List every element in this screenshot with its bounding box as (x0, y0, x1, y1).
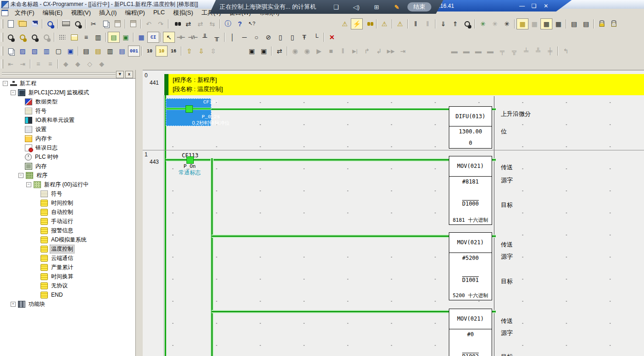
signed-decimal-icon[interactable]: 10 (156, 46, 168, 57)
upload-from-plc-icon[interactable]: ⇑ (449, 18, 461, 29)
help-icon[interactable]: ? (234, 18, 246, 29)
tree-item-新工程[interactable]: −新工程 (0, 79, 135, 88)
cancel-online-edit-icon[interactable]: ✳ (501, 18, 513, 29)
menu-item-3[interactable]: 插入(I) (95, 8, 121, 17)
io-break-3-icon[interactable]: ▬ (472, 46, 484, 57)
sim-play-icon[interactable]: ▶ (313, 46, 325, 57)
sim-to-end-icon[interactable]: ⇥ (397, 46, 409, 57)
io-comment-icon[interactable]: ▥ (92, 32, 104, 43)
find-replace-text-icon[interactable]: ⇆ (206, 18, 218, 29)
window-style-icon[interactable]: ▨ (17, 46, 29, 57)
speaker-icon[interactable]: ◁) (350, 4, 362, 11)
tree-item-功能块[interactable]: +功能块 (0, 299, 135, 309)
memory-view-icon[interactable]: ▤ (116, 46, 128, 57)
horizontal-line-icon[interactable]: ─ (238, 32, 250, 43)
instruction-mov-1[interactable]: MOV(021) #8181 D1000 8181 十六进制 (449, 156, 492, 225)
tree-item-内存卡[interactable]: 内存卡 (0, 134, 135, 143)
undo-icon[interactable]: ↶ (143, 18, 155, 29)
edit-stamp-4-icon[interactable]: ◆ (96, 58, 108, 69)
copy-icon[interactable] (99, 18, 111, 29)
tree-item-手动运行[interactable]: 手动运行 (0, 217, 135, 226)
io-set-5-icon[interactable]: ╪ (544, 46, 556, 57)
address-table-icon[interactable]: ▦ (135, 32, 147, 43)
unlock-icon[interactable] (608, 18, 620, 29)
tree-item-程序[interactable]: −程序 (0, 171, 135, 180)
info-icon[interactable]: ⓘ (222, 18, 234, 29)
tree-item-时间换算[interactable]: 时间换算 (0, 272, 135, 281)
tree-item-新PLC1[CJ2M] 监视模式[interactable]: −新PLC1[CJ2M] 监视模式 (0, 88, 135, 97)
grid-toggle-icon[interactable] (56, 32, 68, 43)
watch-window-icon[interactable]: ▤ (568, 18, 580, 29)
menu-item-2[interactable]: 视图(V) (67, 8, 95, 17)
menu-item-0[interactable]: 文件(F) (11, 8, 39, 17)
monitor-clock-icon[interactable]: ▦ (552, 18, 564, 29)
indent-icon[interactable]: ⇥ (17, 58, 29, 69)
compile-icon[interactable]: ⚠ (339, 18, 351, 29)
menu-item-5[interactable]: PLC (149, 8, 169, 17)
zoom-in-icon[interactable] (17, 32, 29, 43)
contact-cf113[interactable] (186, 156, 194, 164)
tree-item-错误日志[interactable]: 错误日志 (0, 143, 135, 152)
sim-pause-icon[interactable]: ‖ (337, 46, 349, 57)
toolbox-icon[interactable]: ⊞ (371, 4, 383, 11)
return-icon[interactable]: ↰ (560, 46, 572, 57)
new-file-icon[interactable] (5, 18, 17, 29)
dock-grip[interactable] (2, 72, 116, 75)
tree-item-设置[interactable]: 设置 (0, 125, 135, 134)
io-break-1-icon[interactable]: ▬ (448, 46, 460, 57)
zoom-out-icon[interactable] (41, 32, 52, 43)
tree-item-END[interactable]: END (0, 290, 135, 299)
tree-item-云端通信[interactable]: 云端通信 (0, 253, 135, 263)
pause-monitor-icon[interactable]: ‖ (410, 18, 422, 29)
zoom-100-icon[interactable] (29, 32, 41, 43)
window-properties-icon[interactable]: ▣ (64, 46, 76, 57)
io-break-4-icon[interactable]: ▬ (484, 46, 496, 57)
edit-stamp-1-icon[interactable]: ◆ (60, 58, 72, 69)
sim-step-out-icon[interactable]: ↲ (373, 46, 385, 57)
sim-connect-icon[interactable]: ▣ (258, 46, 270, 57)
menu-item-4[interactable]: 编程(P) (121, 8, 149, 17)
sim-settings-icon[interactable]: ▣ (246, 46, 258, 57)
toolbar-grip[interactable] (1, 46, 3, 56)
instruction-difu[interactable]: DIFU(013) 1300.00 0 (449, 106, 492, 149)
pen-icon[interactable]: ✎ (391, 4, 403, 11)
force-off-icon[interactable]: ⇩ (195, 46, 207, 57)
symbol-bar-icon[interactable]: ▤ (108, 32, 120, 43)
sim-step-icon[interactable]: ▶| (349, 46, 361, 57)
open-file-icon[interactable] (17, 18, 29, 29)
online-edit-icon[interactable]: ✳ (477, 18, 489, 29)
paste-icon[interactable] (111, 18, 123, 29)
collapse-icon[interactable]: − (18, 173, 23, 178)
instruction-box-icon[interactable]: ▯ (274, 32, 286, 43)
coil-no-icon[interactable]: ○ (250, 32, 262, 43)
instruction-mov-3[interactable]: MOV(021) #0 D1002 (449, 309, 492, 356)
contact-no-icon[interactable]: ⊣⊢ (175, 32, 187, 43)
context-help-icon[interactable]: ↖? (246, 18, 258, 29)
send-changes-icon[interactable]: ✳ (489, 18, 501, 29)
tree-item-内存[interactable]: 内存 (0, 161, 135, 171)
rung-comment-block[interactable]: [程序名 : 新程序] [段名称 : 温度控制] (164, 74, 644, 95)
collapse-icon[interactable]: − (11, 90, 16, 95)
tree-item-符号[interactable]: 符号 (0, 106, 135, 115)
ci-monitor-icon[interactable]: CI (147, 32, 159, 43)
instruction-mov-2[interactable]: MOV(021) #5200 D1001 5200 十六进制 (449, 232, 492, 300)
tree-item-新程序 (00)运行中[interactable]: −新程序 (00)运行中 (0, 180, 135, 189)
line-corner-icon[interactable]: └ (310, 32, 322, 43)
restore-button[interactable]: ❏ (530, 3, 538, 9)
io-set-3-icon[interactable]: ╧ (520, 46, 532, 57)
lock-icon[interactable] (596, 18, 608, 29)
io-set-2-icon[interactable]: ╦ (508, 46, 520, 57)
force-on-icon[interactable]: ⇧ (183, 46, 195, 57)
toolbar-grip[interactable] (1, 59, 3, 69)
find-icon[interactable] (170, 18, 182, 29)
online-warning-icon[interactable]: ⚠ (394, 18, 406, 29)
delete-icon[interactable]: ✕ (326, 32, 338, 43)
window-diagram-icon[interactable]: ▧ (29, 46, 41, 57)
ladder-editor[interactable]: 0 441 1 443 [程序名 : 新程序] [段名称 : 温度控制] CF1… (143, 70, 644, 356)
rung-comment-icon[interactable] (68, 32, 80, 43)
window-new-icon[interactable]: ▢ (52, 46, 64, 57)
sim-stop-hand-icon[interactable]: ◉ (301, 46, 313, 57)
sim-stop-icon[interactable]: ■ (325, 46, 337, 57)
tree-item-IO表和单元设置[interactable]: IO表和单元设置 (0, 115, 135, 125)
zoom-icon[interactable] (5, 32, 17, 43)
